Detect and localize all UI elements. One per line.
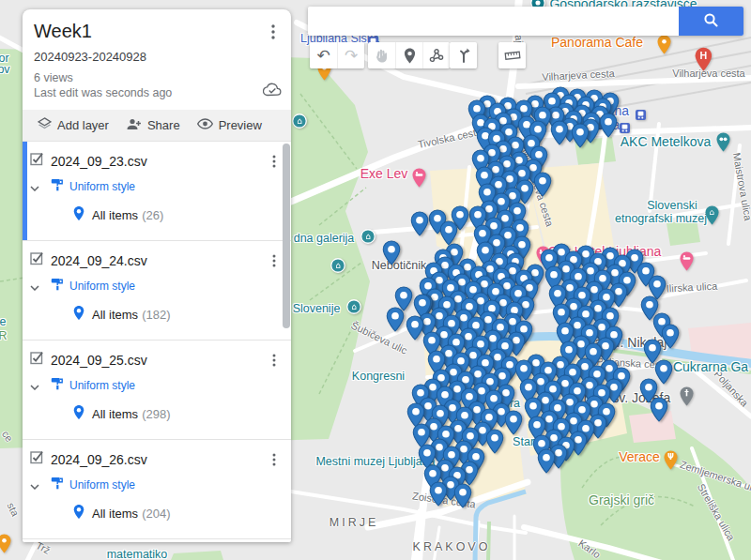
layer-kebab-menu-icon[interactable] (265, 451, 284, 468)
layer-kebab-menu-icon[interactable] (265, 153, 284, 170)
map-search-bar (308, 7, 743, 36)
poi-label: Panorama Cafe (551, 35, 643, 50)
add-layer-button[interactable]: Add layer (31, 114, 115, 137)
map-pin[interactable] (453, 483, 472, 508)
add-marker-icon[interactable] (395, 42, 422, 68)
poi-pin-icon (680, 251, 694, 275)
layer-style-row[interactable]: Uniform style (23, 278, 291, 295)
layer-style-row[interactable]: Uniform style (23, 178, 291, 195)
search-button[interactable] (679, 7, 743, 36)
layer-checkbox[interactable] (30, 450, 44, 468)
layer-kebab-menu-icon[interactable] (265, 352, 284, 369)
layer-checkbox[interactable] (30, 152, 44, 170)
map-pin[interactable] (599, 113, 618, 138)
map-pin[interactable] (485, 429, 504, 454)
map-pin[interactable] (504, 410, 523, 435)
pan-hand-icon[interactable] (368, 42, 395, 68)
layer-name[interactable]: 2024_09_24.csv (51, 253, 265, 268)
map-pin[interactable] (410, 211, 429, 236)
poi-label: matematiko (107, 548, 168, 560)
preview-button[interactable]: Preview (191, 114, 268, 136)
map-pin[interactable] (382, 240, 401, 265)
cloud-done-icon (263, 83, 282, 100)
map-pin[interactable] (550, 120, 569, 145)
layer-items-row[interactable]: All items(298) (23, 404, 291, 424)
measure-ruler-icon[interactable] (498, 42, 526, 68)
layer-name[interactable]: 2024_09_26.csv (51, 452, 265, 467)
eye-icon (197, 118, 213, 132)
map-pin[interactable] (439, 220, 458, 246)
svg-text:⌂: ⌂ (351, 302, 357, 311)
svg-text:H: H (699, 49, 707, 60)
kebab-menu-icon[interactable] (265, 23, 282, 41)
map-search-input[interactable] (308, 7, 679, 36)
map-details-panel: Week1 20240923-20240928 6 views Last edi… (23, 9, 291, 542)
chevron-down-icon[interactable] (30, 377, 39, 394)
layer-name[interactable]: 2024_09_25.csv (51, 353, 265, 368)
layer-style-label[interactable]: Uniform style (69, 180, 135, 193)
layer-items-row[interactable]: All items(204) (23, 504, 291, 523)
person-add-icon (126, 118, 142, 133)
layer-style-label[interactable]: Uniform style (69, 478, 135, 492)
poi-circle-icon: ⌂ (346, 299, 361, 318)
map-pin[interactable] (537, 448, 556, 474)
layer-items-label: All items (92, 407, 138, 421)
layer-items-count: (26) (142, 208, 163, 222)
layer-items-label: All items (92, 208, 138, 222)
layers-icon (38, 117, 52, 133)
layer-items-row[interactable]: All items(182) (23, 305, 291, 325)
poi-circle-icon: ⌂ (330, 258, 345, 277)
map-pin[interactable] (429, 481, 448, 507)
paint-roller-icon (51, 278, 64, 295)
layer-kebab-menu-icon[interactable] (265, 252, 284, 269)
map-pin-icon (73, 305, 84, 325)
map-pin[interactable] (533, 172, 552, 197)
poi-label: etnografski muzej (615, 212, 707, 225)
search-icon (703, 12, 719, 31)
add-layer-label: Add layer (57, 118, 109, 132)
district-label: KRAKOVO (413, 540, 491, 553)
svg-text:Ψ: Ψ (667, 453, 674, 462)
panel-scrollbar[interactable] (283, 144, 290, 328)
layer-style-row[interactable]: Uniform style (23, 377, 291, 394)
map-pin[interactable] (386, 307, 405, 332)
chevron-down-icon[interactable] (30, 278, 39, 295)
toolbar-group: ↶↷ (310, 42, 364, 68)
paint-roller-icon (51, 477, 64, 493)
layer-items-count: (182) (142, 308, 170, 322)
poi-label: Exe Lev (360, 166, 408, 181)
chevron-down-icon[interactable] (30, 178, 39, 195)
redo-icon[interactable]: ↷ (337, 42, 364, 68)
undo-icon[interactable]: ↶ (310, 42, 337, 68)
layer-block: 2024_09_26.csvUniform styleAll items(204… (23, 440, 291, 539)
map-pin-icon (73, 504, 84, 523)
layer-checkbox[interactable] (30, 351, 44, 369)
layer-items-row[interactable]: All items(26) (23, 205, 291, 225)
layer-items-label: All items (92, 308, 138, 322)
layer-block: 2024_09_23.csvUniform styleAll items(26) (23, 142, 291, 241)
share-button[interactable]: Share (119, 114, 187, 137)
toolbar-group (368, 42, 450, 68)
layer-style-label[interactable]: Uniform style (69, 379, 135, 392)
draw-line-icon[interactable] (422, 42, 450, 68)
map-pin[interactable] (650, 397, 668, 422)
layer-items-label: All items (92, 507, 138, 521)
svg-text:⌂: ⌂ (335, 261, 341, 270)
add-directions-icon[interactable] (450, 42, 477, 68)
poi-label: R (0, 329, 8, 342)
map-pin[interactable] (571, 123, 590, 148)
poi-pin-icon (0, 534, 11, 557)
map-pin[interactable] (406, 315, 424, 341)
layer-style-label[interactable]: Uniform style (69, 280, 135, 293)
layer-checkbox[interactable] (30, 251, 44, 269)
svg-text:†: † (684, 388, 689, 398)
map-title: Week1 (34, 21, 278, 42)
poi-label: Grajski grič (589, 492, 654, 507)
layer-block: 2024_09_24.csvUniform styleAll items(182… (23, 241, 291, 341)
layer-title-row: 2024_09_24.csv (23, 251, 291, 269)
poi-label: Cukrarna Ga (673, 359, 748, 374)
map-pin[interactable] (661, 324, 680, 349)
layer-name[interactable]: 2024_09_23.csv (51, 154, 265, 169)
layer-style-row[interactable]: Uniform style (23, 477, 291, 493)
chevron-down-icon[interactable] (30, 477, 39, 493)
